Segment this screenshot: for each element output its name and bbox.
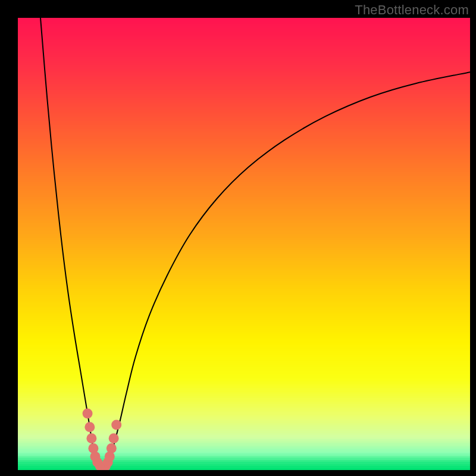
highlight-dot <box>109 433 119 443</box>
bottleneck-curve <box>40 18 470 468</box>
highlight-dot <box>83 409 93 419</box>
highlight-dot <box>111 420 121 430</box>
chart-frame: TheBottleneck.com <box>0 0 476 476</box>
plot-area <box>18 18 470 470</box>
highlight-dot <box>107 443 117 453</box>
highlight-dot <box>86 433 96 443</box>
curve-layer <box>18 18 470 470</box>
watermark-text: TheBottleneck.com <box>355 2 469 18</box>
highlight-dot <box>84 422 95 432</box>
